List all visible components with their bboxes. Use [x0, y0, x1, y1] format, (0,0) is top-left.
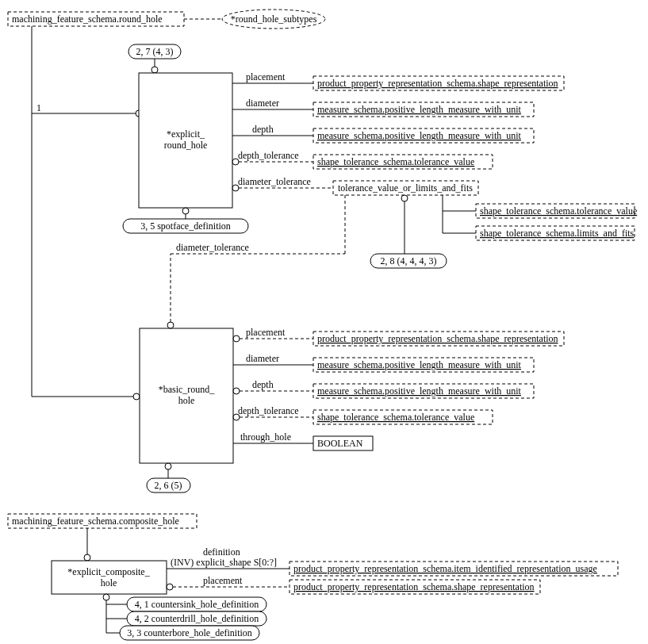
ech-attr-def2: (INV) explicit_shape S[0:?] — [171, 557, 277, 568]
erh-attr-diat: diameter_tolerance — [238, 176, 311, 187]
expressg-diagram: machining_feature_schema.round_hole *rou… — [0, 0, 648, 644]
ech-sub-circle — [103, 594, 109, 600]
brh-circle-bot — [165, 463, 171, 470]
ech-sub-label3: 3, 3 counterbore_hole_definition — [127, 627, 252, 638]
brh-type-dt-label: shape_tolerance_schema.tolerance_value — [317, 412, 474, 423]
brh-attr-th: through_hole — [240, 431, 291, 443]
root-composite-hole-label: machining_feature_schema.composite_hole — [12, 516, 179, 527]
erh-pageref-spot-label: 3, 5 spotface_definition — [140, 220, 231, 232]
brh-label2: hole — [178, 395, 195, 406]
erh-type-placement-label: product_property_representation_schema.s… — [317, 78, 558, 89]
round-hole-subtypes-label: *round_hole_subtypes — [231, 13, 317, 25]
erh-pageref-top-label: 2, 7 (4, 3) — [136, 46, 174, 57]
brh-opt-circle-depth — [233, 388, 240, 394]
brh-attr-diat-top: diameter_tolerance — [176, 242, 249, 253]
brh-attr-depth: depth — [252, 379, 274, 390]
brh-label1: *basic_round_ — [159, 384, 216, 395]
ech-type-pl-label: product_property_representation_schema.s… — [293, 581, 535, 592]
tol-select-label: tolerance_value_or_limits_and_fits — [338, 182, 473, 194]
tol-select-pageref-label: 2, 8 (4, 4, 4, 3) — [381, 255, 437, 266]
root-round-hole-label: machining_feature_schema.round_hole — [12, 13, 163, 25]
tol-select-opt2-label: shape_tolerance_schema.limits_and_fits — [480, 228, 635, 239]
brh-type-diameter-label: measure_schema.positive_length_measure_w… — [317, 359, 522, 370]
tol-select-circle — [401, 195, 408, 201]
erh-attr-dt: depth_tolerance — [238, 150, 299, 161]
ech-opt-circle-pl — [167, 584, 173, 590]
brh-opt-circle-pl — [233, 335, 240, 342]
erh-type-diameter-label: measure_schema.positive_length_measure_w… — [317, 104, 522, 115]
brh-type-bool-label: BOOLEAN — [317, 438, 363, 449]
tol-select-opt1-label: shape_tolerance_schema.tolerance_value — [480, 205, 637, 217]
ech-attr-pl: placement — [203, 575, 243, 586]
ech-attr-def1: definition — [203, 546, 240, 558]
brh-opt-circle-top — [167, 322, 174, 328]
ech-sub-label1: 4, 1 countersink_hole_definition — [135, 599, 259, 610]
brh-pageref-bot-label: 2, 6 (5) — [155, 480, 182, 491]
brh-type-depth-label: measure_schema.positive_length_measure_w… — [317, 385, 522, 397]
brh-type-placement-label: product_property_representation_schema.s… — [317, 333, 558, 344]
brh-attr-dt: depth_tolerance — [238, 405, 299, 416]
comp-circle-top — [84, 554, 90, 561]
erh-attr-placement: placement — [246, 71, 286, 82]
erh-circle-top — [151, 67, 158, 73]
trunk-one-label: 1 — [36, 102, 41, 113]
erh-type-depth-label: measure_schema.positive_length_measure_w… — [317, 130, 522, 141]
ech-type-def-label: product_property_representation_schema.i… — [293, 563, 597, 574]
brh-circle-in — [133, 393, 140, 400]
erh-label1: *explicit_ — [167, 128, 205, 140]
ech-sub-label2: 4, 2 counterdrill_hole_definition — [135, 613, 259, 624]
ech-label1: *explicit_composite_ — [67, 566, 150, 577]
brh-attr-diameter: diameter — [246, 353, 279, 364]
brh-attr-placement: placement — [246, 327, 286, 338]
erh-circle-bot — [182, 208, 189, 214]
ech-label2: hole — [101, 577, 117, 588]
erh-attr-diameter: diameter — [246, 98, 279, 109]
erh-type-dt-label: shape_tolerance_schema.tolerance_value — [317, 156, 474, 167]
erh-attr-depth: depth — [252, 124, 274, 135]
erh-label2: round_hole — [164, 140, 208, 151]
